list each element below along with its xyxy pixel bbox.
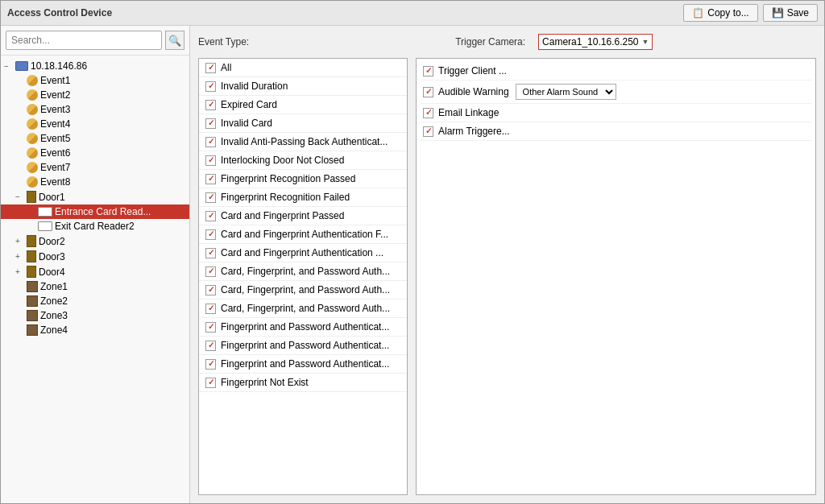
- event-checkbox-15[interactable]: [205, 341, 216, 351]
- event-item-2[interactable]: Expired Card: [199, 96, 407, 114]
- tree-item-event6[interactable]: Event6: [1, 146, 189, 160]
- tree-item-door2[interactable]: +Door2: [1, 233, 189, 249]
- event-checkbox-3[interactable]: [205, 118, 216, 129]
- event-checkbox-17[interactable]: [205, 378, 216, 388]
- event-checkbox-6[interactable]: [205, 174, 216, 184]
- event-label-9: Card and Fingerprint Authentication F...: [221, 229, 388, 240]
- trigger-item-1: Audible Warning Other Alarm Sound: [420, 81, 812, 104]
- event-item-16[interactable]: Fingerprint and Password Authenticat...: [199, 355, 407, 374]
- panel-header: Event Type: Trigger Camera: Camera1_10.1…: [198, 34, 816, 50]
- search-button[interactable]: 🔍: [165, 31, 184, 50]
- event-item-5[interactable]: Interlocking Door Not Closed: [199, 151, 407, 170]
- tree-item-zone3[interactable]: Zone3: [1, 308, 189, 323]
- main-window: Access Control Device 📋 Copy to... 💾 Sav…: [0, 0, 825, 504]
- sidebar: 🔍 −10.18.146.86Event1Event2Event3Event4E…: [1, 26, 190, 503]
- event-item-1[interactable]: Invalid Duration: [199, 77, 407, 96]
- trigger-list: Trigger Client ... Audible Warning Other…: [417, 59, 815, 144]
- event-item-15[interactable]: Fingerprint and Password Authenticat...: [199, 337, 407, 355]
- event-item-12[interactable]: Card, Fingerprint, and Password Auth...: [199, 281, 407, 300]
- event-checkbox-12[interactable]: [205, 285, 216, 295]
- tree-label-zone1: Zone1: [40, 281, 68, 292]
- event-checkbox-14[interactable]: [205, 322, 216, 333]
- event-item-11[interactable]: Card, Fingerprint, and Password Auth...: [199, 262, 407, 281]
- event-item-13[interactable]: Card, Fingerprint, and Password Auth...: [199, 300, 407, 318]
- tree-item-event1[interactable]: Event1: [1, 73, 189, 88]
- event-label-1: Invalid Duration: [221, 81, 288, 92]
- event-label-7: Fingerprint Recognition Failed: [221, 192, 350, 203]
- event-label-11: Card, Fingerprint, and Password Auth...: [221, 266, 390, 277]
- event-item-14[interactable]: Fingerprint and Password Authenticat...: [199, 318, 407, 337]
- save-button[interactable]: 💾 Save: [763, 4, 818, 22]
- event-item-4[interactable]: Invalid Anti-Passing Back Authenticat...: [199, 133, 407, 151]
- trigger-checkbox-1[interactable]: [423, 87, 433, 97]
- search-input[interactable]: [6, 31, 162, 50]
- event-item-17[interactable]: Fingerprint Not Exist: [199, 374, 407, 392]
- event-checkbox-13[interactable]: [205, 304, 216, 314]
- tree-item-zone2[interactable]: Zone2: [1, 294, 189, 308]
- right-panel: Event Type: Trigger Camera: Camera1_10.1…: [190, 26, 824, 503]
- event-item-0[interactable]: All: [199, 59, 407, 77]
- event-item-3[interactable]: Invalid Card: [199, 114, 407, 133]
- title-bar: Access Control Device 📋 Copy to... 💾 Sav…: [1, 1, 824, 26]
- tree-item-zone4[interactable]: Zone4: [1, 323, 189, 337]
- trigger-label-1: Audible Warning: [438, 86, 509, 97]
- camera-select[interactable]: Camera1_10.16.6.250 ▼: [538, 34, 653, 50]
- tree-toggle-door2[interactable]: +: [15, 237, 27, 246]
- tree-item-door4[interactable]: +Door4: [1, 264, 189, 279]
- audible-sound-select[interactable]: Other Alarm Sound: [516, 84, 616, 100]
- event-label-3: Invalid Card: [221, 118, 272, 129]
- trigger-camera-label: Trigger Camera:: [455, 36, 525, 48]
- trigger-item-0: Trigger Client ...: [420, 62, 812, 81]
- tree-toggle-door1[interactable]: −: [15, 192, 27, 201]
- event-item-6[interactable]: Fingerprint Recognition Passed: [199, 170, 407, 188]
- event-item-10[interactable]: Card and Fingerprint Authentication ...: [199, 244, 407, 262]
- event-type-list: AllInvalid DurationExpired CardInvalid C…: [199, 59, 407, 494]
- event-item-7[interactable]: Fingerprint Recognition Failed: [199, 188, 407, 207]
- trigger-checkbox-3[interactable]: [423, 126, 433, 137]
- trigger-checkbox-0[interactable]: [423, 66, 433, 76]
- event-checkbox-8[interactable]: [205, 211, 216, 221]
- tree-label-exit: Exit Card Reader2: [55, 221, 135, 232]
- trigger-checkbox-2[interactable]: [423, 108, 433, 118]
- event-label-10: Card and Fingerprint Authentication ...: [221, 247, 383, 258]
- tree-item-entrance[interactable]: Entrance Card Read...: [1, 204, 189, 219]
- tree-item-event5[interactable]: Event5: [1, 131, 189, 146]
- event-label-16: Fingerprint and Password Authenticat...: [221, 358, 389, 370]
- copy-to-button[interactable]: 📋 Copy to...: [683, 4, 757, 22]
- event-checkbox-2[interactable]: [205, 100, 216, 110]
- tree-toggle-root[interactable]: −: [4, 62, 15, 71]
- event-checkbox-9[interactable]: [205, 229, 216, 240]
- tree-item-zone1[interactable]: Zone1: [1, 279, 189, 294]
- tree-item-door3[interactable]: +Door3: [1, 249, 189, 264]
- tree-item-exit[interactable]: Exit Card Reader2: [1, 219, 189, 233]
- tree-label-event5: Event5: [40, 133, 70, 144]
- tree-toggle-door3[interactable]: +: [15, 252, 27, 261]
- tree-item-event7[interactable]: Event7: [1, 160, 189, 175]
- event-checkbox-1[interactable]: [205, 81, 216, 92]
- tree-label-event2: Event2: [40, 89, 70, 101]
- tree-item-root[interactable]: −10.18.146.86: [1, 59, 189, 73]
- dropdown-arrow-icon: ▼: [642, 38, 649, 46]
- event-checkbox-4[interactable]: [205, 137, 216, 147]
- event-label-14: Fingerprint and Password Authenticat...: [221, 321, 389, 333]
- tree-label-door2: Door2: [39, 236, 65, 247]
- tree-item-event2[interactable]: Event2: [1, 88, 189, 102]
- event-checkbox-7[interactable]: [205, 192, 216, 203]
- event-checkbox-16[interactable]: [205, 359, 216, 370]
- tree-label-entrance: Entrance Card Read...: [55, 206, 151, 217]
- event-checkbox-0[interactable]: [205, 63, 216, 73]
- event-label-13: Card, Fingerprint, and Password Auth...: [221, 303, 390, 314]
- trigger-item-3: Alarm Triggere...: [420, 122, 812, 141]
- tree-item-door1[interactable]: −Door1: [1, 189, 189, 204]
- event-checkbox-10[interactable]: [205, 248, 216, 258]
- trigger-item-2: Email Linkage: [420, 104, 812, 122]
- event-checkbox-11[interactable]: [205, 266, 216, 277]
- tree-toggle-door4[interactable]: +: [15, 267, 27, 276]
- tree-item-event4[interactable]: Event4: [1, 117, 189, 131]
- trigger-panel: Trigger Client ... Audible Warning Other…: [416, 58, 816, 495]
- tree-item-event3[interactable]: Event3: [1, 102, 189, 117]
- tree-item-event8[interactable]: Event8: [1, 175, 189, 189]
- event-item-8[interactable]: Card and Fingerprint Passed: [199, 207, 407, 225]
- event-checkbox-5[interactable]: [205, 155, 216, 166]
- event-item-9[interactable]: Card and Fingerprint Authentication F...: [199, 225, 407, 244]
